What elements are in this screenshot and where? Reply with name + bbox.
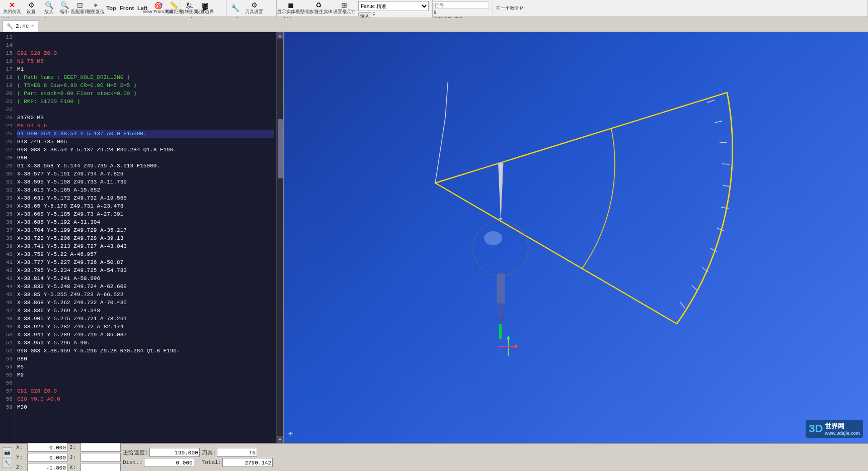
i-label: I: <box>69 444 80 450</box>
input-button[interactable]: 输入 <box>358 12 371 18</box>
tab-filename: 2.nc <box>16 23 29 29</box>
next-active-button[interactable]: 前一个激活 P <box>494 0 525 16</box>
camera-bottom-icon[interactable]: 🔧 <box>2 458 12 468</box>
row-input[interactable] <box>434 1 489 9</box>
code-line: X-38.886 Y-5.269 A-74.348 <box>17 307 274 315</box>
viewport[interactable]: ⊞ 3D 世界网 www.3dsjie.com <box>284 32 868 443</box>
tool-button[interactable]: 🔧 <box>227 0 243 16</box>
line-num: 32 <box>0 186 13 194</box>
view-pos-icon: ⌖ <box>94 2 98 9</box>
code-line: ( T5=E6.8 Dia=6.80 CR=0.00 H=5 D=5 ) <box>17 81 274 89</box>
svg-marker-4 <box>515 344 518 348</box>
shrink-button[interactable]: 🔍 缩小 <box>57 0 72 16</box>
line-num: 40 <box>0 250 13 258</box>
line-num: 30 <box>0 170 13 178</box>
j-value <box>81 453 121 462</box>
code-line: ( RMP: S1700 F190 ) <box>17 98 274 106</box>
scrollbar-thumb[interactable] <box>278 119 283 178</box>
regen-solid-button[interactable]: ♻ 缩放/显生实体 <box>305 0 333 16</box>
line-num: 49 <box>0 323 13 331</box>
measure-dist-button[interactable]: 📏 测量距离 <box>166 0 181 16</box>
g-label: G <box>434 10 436 15</box>
line-num: 24 <box>0 122 13 130</box>
fanuc-select[interactable]: Fanuc 精准 <box>358 1 429 11</box>
rowcol-group: G 跳到行号/序号 <box>433 0 493 18</box>
code-line: X-38.577 Y-5.151 Z49.734 A-7.826 <box>17 170 274 178</box>
line-num: 18 <box>0 73 13 81</box>
svg-marker-5 <box>506 336 510 339</box>
tab-file[interactable]: 🔧 2.nc × <box>2 21 38 32</box>
close-sim-button[interactable]: ✕ 关闭仿真 <box>1 0 23 16</box>
code-line: X-38.923 Y-5.282 Z49.72 A-82.174 <box>17 323 274 331</box>
code-line: X-38.832 Y-5.248 Z49.724 A-62.609 <box>17 282 274 291</box>
set-size-icon: ⊞ <box>341 2 347 9</box>
show-solid-button[interactable]: ◼ 显示实体模型 <box>278 0 304 16</box>
code-panel[interactable]: 1314151617181920212223242526272829303132… <box>0 32 284 443</box>
tool-settings-icon: ⚙ <box>251 2 258 9</box>
code-line: X-38.631 Y-5.172 Z49.732 A-19.565 <box>17 194 274 202</box>
feed-value: 190.000 <box>149 448 200 457</box>
code-line <box>17 106 274 114</box>
enlarge-button[interactable]: 🔍 放大 <box>41 0 56 16</box>
camera-top-icon[interactable]: 📷 <box>2 447 12 457</box>
code-scrollbar[interactable]: ▲ ▼ <box>276 32 283 443</box>
scroll-down-arrow[interactable]: ▼ <box>277 436 284 443</box>
y-value: 0.000 <box>27 453 67 462</box>
line-num: 29 <box>0 162 13 170</box>
scroll-up-arrow[interactable]: ▲ <box>277 32 284 39</box>
code-line: X-38.795 Y-5.234 Z49.725 A-54.783 <box>17 266 274 274</box>
code-line: X-38.595 Y-5.158 Z49.733 A-11.739 <box>17 178 274 186</box>
scrollbar-track[interactable] <box>278 40 283 435</box>
line-num: 59 <box>0 403 13 411</box>
settings-icon: ⚙ <box>28 2 35 9</box>
code-line: N1 T5 M6 <box>17 57 274 65</box>
next-group: 前一个激活 P <box>493 0 868 18</box>
camera-icons: 📷 🔧 <box>2 447 12 468</box>
tab-icon: 🔧 <box>7 23 14 30</box>
set-size-button[interactable]: ⊞ 设置毫尺寸 <box>333 0 356 16</box>
line-num: 36 <box>0 218 13 226</box>
tool-value: T5 <box>217 448 257 457</box>
solid-group: ◼ 显示实体模型 ♻ 缩放/显生实体 ⊞ 设置毫尺寸 Solid <box>277 0 357 18</box>
svg-rect-3 <box>499 324 502 339</box>
line-num: 38 <box>0 234 13 242</box>
view-position-button[interactable]: ⌖ 视图复位 <box>88 0 103 16</box>
tool-total-group: 刀具: T5 Total: 2790.142 <box>202 448 273 467</box>
line-num: 27 <box>0 146 13 154</box>
code-line: X-38.777 Y-5.227 Z49.726 A-50.87 <box>17 258 274 266</box>
feed-group: 进给速度: 190.000 Dist.: 0.000 <box>123 448 200 467</box>
expand-icon[interactable]: ⊞ <box>288 429 292 438</box>
mode-button[interactable]: ▶ <box>198 0 213 16</box>
code-line: X-38.868 Y-5.262 Z49.722 A-70.435 <box>17 299 274 307</box>
line-num: 41 <box>0 258 13 266</box>
close-sim-icon: ✕ <box>9 2 15 9</box>
svg-point-6 <box>484 231 502 245</box>
front-view-button[interactable]: Front <box>119 0 134 16</box>
settings-button[interactable]: ⚙ 设置 <box>24 0 39 16</box>
x-value: 0.000 <box>27 443 67 452</box>
top-view-button[interactable]: Top <box>104 0 119 16</box>
feed-label: 进给速度: <box>123 449 148 456</box>
z-row: Z: -1.800 <box>16 463 67 471</box>
svg-point-0 <box>473 221 528 276</box>
z-value: -1.800 <box>27 463 67 471</box>
line-num: 28 <box>0 154 13 162</box>
code-lines[interactable]: G91 G28 Z0.0N1 T5 M6M1( Path Name : DEEP… <box>15 32 276 443</box>
code-line: G80 <box>17 355 274 363</box>
code-line: X-38.722 Y-5.206 Z49.728 A-39.13 <box>17 234 274 242</box>
view-from-tool-button[interactable]: 🎯 View From Tool <box>150 0 166 16</box>
fit-window-button[interactable]: ⊡ 匹配窗口 <box>72 0 88 16</box>
tool-settings-button[interactable]: ⚙ 刀具设置 <box>243 0 265 16</box>
code-line: G98 G83 X-38.959 Y-5.296 Z9.28 R30.284 Q… <box>17 347 274 355</box>
tab-close-button[interactable]: × <box>31 24 34 29</box>
toolpath-button[interactable]: 〰 <box>182 0 197 16</box>
x-label: X: <box>16 444 26 450</box>
code-line: G98 G83 X-38.54 Y-5.137 Z9.28 R30.284 Q1… <box>17 146 274 154</box>
code-line: M5 <box>17 363 274 371</box>
line-num: 54 <box>0 363 13 371</box>
code-line: G43 Z49.735 H05 <box>17 138 274 146</box>
total-value: 2790.142 <box>222 458 273 467</box>
code-line: G91 G28 Z0.0 <box>17 387 274 395</box>
j-row: J: <box>69 453 121 462</box>
svg-rect-2 <box>499 303 503 315</box>
